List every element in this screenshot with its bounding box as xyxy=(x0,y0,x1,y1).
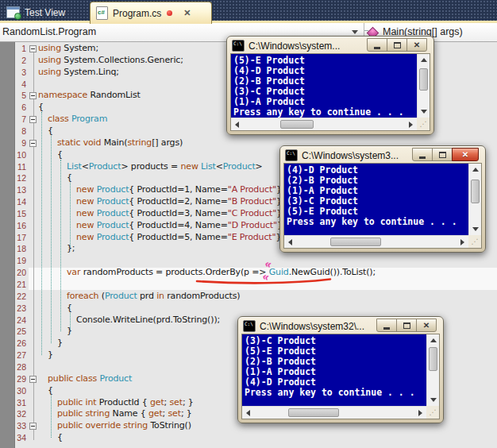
horizontal-scrollbar[interactable] xyxy=(242,406,426,419)
console-output[interactable]: (5)-E Product (4)-D Product (2)-B Produc… xyxy=(231,54,417,118)
code-line[interactable]: 19 xyxy=(0,255,497,267)
code-line[interactable]: 22foreach (Product prd in randomProducts… xyxy=(0,291,497,303)
code-token: Product xyxy=(94,184,129,195)
fold-collapse-box[interactable] xyxy=(29,116,37,123)
code-line[interactable]: 34{ xyxy=(0,432,497,444)
ide-window: Test View c# Program.cs ✕ RandomList.Pro… xyxy=(0,0,497,448)
line-number: 19 xyxy=(13,255,26,267)
code-token: foreach xyxy=(67,291,98,301)
vertical-scroll-thumb[interactable] xyxy=(429,347,437,371)
code-text: { xyxy=(38,102,44,114)
code-token: Product xyxy=(97,373,132,384)
scroll-left-icon[interactable] xyxy=(288,239,292,245)
maximize-button[interactable] xyxy=(387,38,407,52)
fold-collapse-box[interactable] xyxy=(29,423,37,430)
line-number: 1 xyxy=(13,43,26,55)
horizontal-scrollbar[interactable] xyxy=(231,118,417,130)
maximize-button[interactable] xyxy=(396,319,417,332)
code-text: public override string ToString() xyxy=(57,420,191,432)
scroll-down-icon[interactable] xyxy=(472,227,479,231)
code-token: set xyxy=(168,408,181,419)
line-number: 7 xyxy=(13,114,26,126)
code-text: static void Main(string[] args) xyxy=(57,137,183,149)
code-token: Product xyxy=(89,161,121,172)
console-title-bar[interactable]: C:\C:\Windows\system... xyxy=(232,39,340,52)
resize-grip[interactable]: ⋰ xyxy=(417,118,430,130)
console-window[interactable]: C:\C:\Windows\system3...✕(4)-D Product (… xyxy=(279,145,486,253)
minimize-button[interactable] xyxy=(376,319,397,332)
scroll-up-icon[interactable] xyxy=(421,58,427,62)
code-token: System.Collections.Generic; xyxy=(61,55,183,65)
close-button[interactable]: ✕ xyxy=(452,148,479,161)
console-output[interactable]: (3)-C Product (5)-E Product (2)-B Produc… xyxy=(242,334,426,406)
scroll-right-icon[interactable] xyxy=(409,122,413,128)
scroll-up-icon[interactable] xyxy=(430,338,437,342)
code-line[interactable]: 23{ xyxy=(0,303,497,315)
maximize-button[interactable] xyxy=(432,148,453,161)
tab-program-cs[interactable]: c# Program.cs ✕ xyxy=(90,2,212,24)
scroll-right-icon[interactable] xyxy=(418,410,422,416)
horizontal-scroll-thumb[interactable] xyxy=(330,238,381,246)
line-number: 9 xyxy=(13,137,26,149)
tab-close-icon[interactable]: ✕ xyxy=(183,8,191,18)
fold-collapse-box[interactable] xyxy=(29,140,37,147)
close-button[interactable]: ✕ xyxy=(406,38,427,52)
console-title-bar[interactable]: C:\C:\Windows\system32\... xyxy=(243,319,364,333)
line-number: 26 xyxy=(13,338,26,350)
console-title: C:\Windows\system3... xyxy=(302,150,399,161)
scroll-left-icon[interactable] xyxy=(235,122,239,128)
vertical-scroll-thumb[interactable] xyxy=(419,68,428,91)
console-title-bar[interactable]: C:\C:\Windows\system3... xyxy=(285,149,399,162)
code-token: { xyxy=(67,303,72,313)
code-token: static void xyxy=(57,137,101,148)
code-token: using xyxy=(38,55,61,65)
scroll-down-icon[interactable] xyxy=(430,398,437,402)
resize-grip[interactable]: ⋰ xyxy=(426,406,439,419)
code-token: Product xyxy=(94,196,129,207)
code-token: randomProducts) xyxy=(164,291,241,301)
vertical-scrollbar[interactable] xyxy=(426,334,439,406)
code-token: var xyxy=(67,267,80,277)
line-number: 4 xyxy=(13,79,26,91)
vertical-scrollbar[interactable] xyxy=(468,164,481,235)
code-token: Product xyxy=(105,291,137,301)
console-output[interactable]: (4)-D Product (2)-B Product (1)-A Produc… xyxy=(284,164,468,235)
scroll-left-icon[interactable] xyxy=(246,410,250,416)
line-number: 34 xyxy=(13,432,26,444)
code-token: } xyxy=(48,350,53,360)
scroll-right-icon[interactable] xyxy=(460,239,464,245)
window-controls: ✕ xyxy=(377,319,437,332)
close-button[interactable]: ✕ xyxy=(416,319,437,332)
code-token: "E Product" xyxy=(228,232,276,242)
console-window[interactable]: C:\C:\Windows\system...✕(5)-E Product (4… xyxy=(226,36,434,135)
minimize-button[interactable] xyxy=(412,148,433,161)
type-dropdown[interactable]: RandomList.Program xyxy=(2,23,96,41)
fold-collapse-box[interactable] xyxy=(29,45,37,52)
close-icon: ✕ xyxy=(423,322,430,330)
vertical-scroll-thumb[interactable] xyxy=(471,180,480,203)
minimize-button[interactable] xyxy=(367,38,387,52)
tab-test-view[interactable]: Test View xyxy=(0,2,92,23)
code-text: new Product{ ProductId=1, Name="A Produc… xyxy=(76,184,284,196)
code-token: List xyxy=(67,161,82,172)
code-text: List<Product> products = new List<Produc… xyxy=(67,161,263,173)
code-token: Product xyxy=(94,208,129,218)
resize-grip[interactable]: ⋰ xyxy=(468,235,481,248)
horizontal-scroll-thumb[interactable] xyxy=(288,408,339,417)
code-token: new xyxy=(76,232,94,242)
code-token: namespace xyxy=(38,90,87,100)
maximize-icon xyxy=(403,322,410,329)
code-token: ; } xyxy=(183,397,194,407)
scroll-up-icon[interactable] xyxy=(472,168,479,172)
horizontal-scrollbar[interactable] xyxy=(284,235,468,248)
chevron-down-icon[interactable] xyxy=(352,30,358,34)
fold-collapse-box[interactable] xyxy=(29,92,37,99)
code-text: { xyxy=(57,432,63,444)
code-token: { ProductId=5, Name= xyxy=(129,232,227,242)
horizontal-scroll-thumb[interactable] xyxy=(280,120,314,129)
console-window[interactable]: C:\C:\Windows\system32\...✕(3)-C Product… xyxy=(237,316,444,423)
vertical-scrollbar[interactable] xyxy=(417,54,430,118)
scroll-down-icon[interactable] xyxy=(421,110,427,114)
code-token: System; xyxy=(61,43,98,53)
fold-collapse-box[interactable] xyxy=(29,376,37,383)
